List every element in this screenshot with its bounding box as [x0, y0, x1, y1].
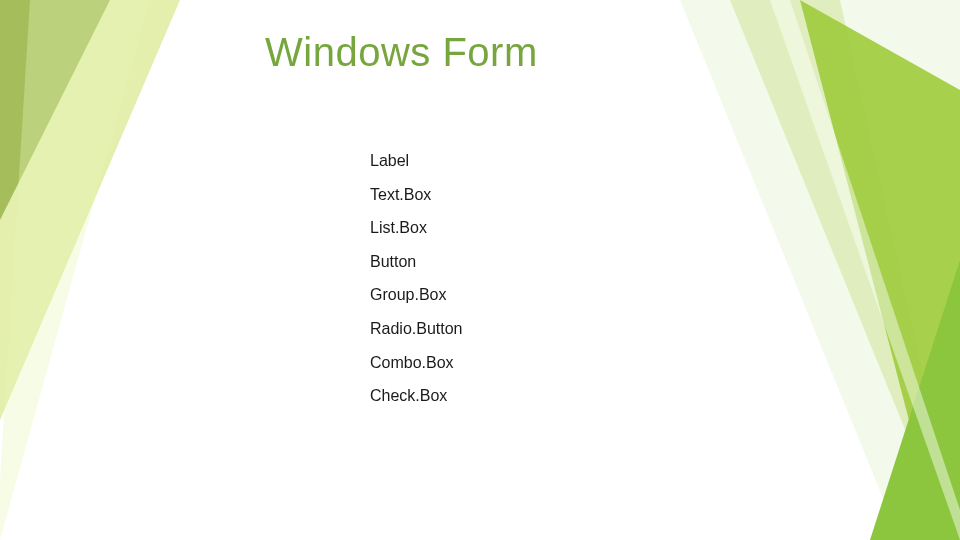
svg-marker-6 [870, 260, 960, 540]
list-item: Button [370, 253, 463, 271]
svg-marker-2 [0, 0, 150, 540]
svg-marker-3 [680, 0, 960, 540]
left-decoration [0, 0, 200, 540]
right-decoration [640, 0, 960, 540]
svg-marker-7 [770, 0, 960, 540]
svg-marker-5 [800, 0, 960, 540]
list-item: Group.Box [370, 286, 463, 304]
svg-marker-1 [0, 0, 180, 420]
list-item: Check.Box [370, 387, 463, 405]
slide: Windows Form Label Text.Box List.Box But… [0, 0, 960, 540]
slide-title: Windows Form [265, 30, 538, 75]
list-item: Combo.Box [370, 354, 463, 372]
svg-marker-0 [0, 0, 110, 220]
controls-list: Label Text.Box List.Box Button Group.Box… [370, 152, 463, 421]
list-item: Label [370, 152, 463, 170]
list-item: List.Box [370, 219, 463, 237]
list-item: Text.Box [370, 186, 463, 204]
svg-marker-4 [730, 0, 960, 540]
list-item: Radio.Button [370, 320, 463, 338]
